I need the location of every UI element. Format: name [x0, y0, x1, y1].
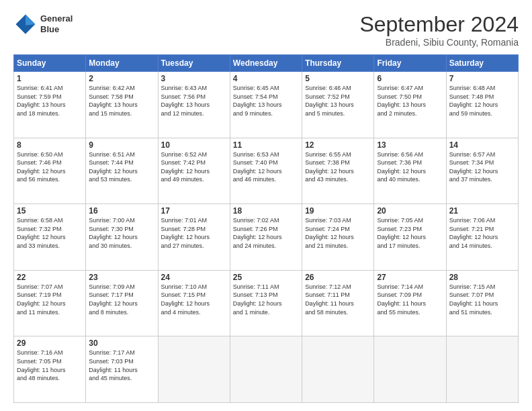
calendar-cell: 25Sunrise: 7:11 AM Sunset: 7:13 PM Dayli…: [230, 270, 302, 336]
day-info: Sunrise: 6:41 AM Sunset: 7:59 PM Dayligh…: [17, 84, 83, 118]
day-number: 20: [377, 206, 443, 216]
calendar-cell: [446, 336, 518, 403]
calendar-cell: 27Sunrise: 7:14 AM Sunset: 7:09 PM Dayli…: [374, 270, 446, 336]
day-number: 4: [233, 74, 299, 83]
day-number: 8: [17, 140, 83, 150]
day-info: Sunrise: 7:02 AM Sunset: 7:26 PM Dayligh…: [233, 216, 299, 250]
day-info: Sunrise: 7:03 AM Sunset: 7:24 PM Dayligh…: [305, 216, 371, 250]
calendar-cell: [230, 336, 302, 403]
day-info: Sunrise: 6:50 AM Sunset: 7:46 PM Dayligh…: [17, 150, 83, 184]
logo: General Blue: [13, 12, 73, 36]
title-block: September 2024 Bradeni, Sibiu County, Ro…: [359, 12, 519, 48]
calendar-cell: 19Sunrise: 7:03 AM Sunset: 7:24 PM Dayli…: [302, 204, 374, 271]
calendar-cell: 11Sunrise: 6:53 AM Sunset: 7:40 PM Dayli…: [230, 138, 302, 204]
calendar-cell: 22Sunrise: 7:07 AM Sunset: 7:19 PM Dayli…: [14, 270, 86, 336]
calendar-cell: 6Sunrise: 6:47 AM Sunset: 7:50 PM Daylig…: [374, 72, 446, 138]
calendar-cell: 4Sunrise: 6:45 AM Sunset: 7:54 PM Daylig…: [230, 72, 302, 138]
day-info: Sunrise: 6:56 AM Sunset: 7:36 PM Dayligh…: [377, 150, 443, 184]
day-info: Sunrise: 7:16 AM Sunset: 7:05 PM Dayligh…: [17, 349, 83, 382]
calendar-cell: [158, 336, 230, 403]
calendar-cell: 2Sunrise: 6:42 AM Sunset: 7:58 PM Daylig…: [86, 72, 158, 138]
day-number: 17: [161, 206, 227, 216]
calendar-cell: 23Sunrise: 7:09 AM Sunset: 7:17 PM Dayli…: [86, 270, 158, 336]
logo-line1: General: [40, 13, 73, 24]
day-info: Sunrise: 7:14 AM Sunset: 7:09 PM Dayligh…: [377, 283, 443, 316]
calendar-cell: 8Sunrise: 6:50 AM Sunset: 7:46 PM Daylig…: [14, 138, 86, 204]
calendar-cell: 9Sunrise: 6:51 AM Sunset: 7:44 PM Daylig…: [86, 138, 158, 204]
calendar-cell: 30Sunrise: 7:17 AM Sunset: 7:03 PM Dayli…: [86, 336, 158, 403]
calendar-cell: 3Sunrise: 6:43 AM Sunset: 7:56 PM Daylig…: [158, 72, 230, 138]
day-number: 19: [305, 206, 371, 216]
day-number: 10: [161, 140, 227, 150]
logo-line2: Blue: [40, 24, 73, 35]
day-number: 27: [377, 273, 443, 282]
calendar-cell: 14Sunrise: 6:57 AM Sunset: 7:34 PM Dayli…: [446, 138, 518, 204]
day-number: 22: [17, 273, 83, 282]
svg-marker-1: [26, 15, 35, 26]
calendar-table: Sunday Monday Tuesday Wednesday Thursday…: [13, 54, 519, 403]
col-wednesday: Wednesday: [230, 55, 302, 72]
day-number: 9: [89, 140, 154, 150]
calendar-body: 1Sunrise: 6:41 AM Sunset: 7:59 PM Daylig…: [14, 72, 519, 403]
col-sunday: Sunday: [14, 55, 86, 72]
calendar-cell: 18Sunrise: 7:02 AM Sunset: 7:26 PM Dayli…: [230, 204, 302, 271]
calendar-cell: 26Sunrise: 7:12 AM Sunset: 7:11 PM Dayli…: [302, 270, 374, 336]
calendar-cell: 15Sunrise: 6:58 AM Sunset: 7:32 PM Dayli…: [14, 204, 86, 271]
day-info: Sunrise: 6:48 AM Sunset: 7:48 PM Dayligh…: [449, 84, 515, 118]
day-number: 5: [305, 74, 371, 83]
day-number: 21: [449, 206, 515, 216]
day-number: 23: [89, 273, 154, 282]
day-number: 6: [377, 74, 443, 83]
calendar-cell: 5Sunrise: 6:46 AM Sunset: 7:52 PM Daylig…: [302, 72, 374, 138]
day-info: Sunrise: 6:47 AM Sunset: 7:50 PM Dayligh…: [377, 84, 443, 118]
day-number: 11: [233, 140, 299, 150]
day-info: Sunrise: 6:55 AM Sunset: 7:38 PM Dayligh…: [305, 150, 371, 184]
calendar-week-3: 15Sunrise: 6:58 AM Sunset: 7:32 PM Dayli…: [14, 204, 519, 271]
day-info: Sunrise: 7:05 AM Sunset: 7:23 PM Dayligh…: [377, 216, 443, 250]
calendar-cell: 10Sunrise: 6:52 AM Sunset: 7:42 PM Dayli…: [158, 138, 230, 204]
calendar-cell: 17Sunrise: 7:01 AM Sunset: 7:28 PM Dayli…: [158, 204, 230, 271]
day-info: Sunrise: 7:07 AM Sunset: 7:19 PM Dayligh…: [17, 283, 83, 316]
day-info: Sunrise: 7:00 AM Sunset: 7:30 PM Dayligh…: [89, 216, 154, 250]
calendar-cell: 7Sunrise: 6:48 AM Sunset: 7:48 PM Daylig…: [446, 72, 518, 138]
day-info: Sunrise: 6:52 AM Sunset: 7:42 PM Dayligh…: [161, 150, 227, 184]
calendar-cell: [374, 336, 446, 403]
day-number: 30: [89, 338, 154, 348]
svg-marker-2: [16, 24, 26, 34]
calendar-week-1: 1Sunrise: 6:41 AM Sunset: 7:59 PM Daylig…: [14, 72, 519, 138]
header: General Blue September 2024 Bradeni, Sib…: [13, 12, 519, 48]
day-number: 15: [17, 206, 83, 216]
col-thursday: Thursday: [302, 55, 374, 72]
day-number: 3: [161, 74, 227, 83]
calendar-cell: 12Sunrise: 6:55 AM Sunset: 7:38 PM Dayli…: [302, 138, 374, 204]
calendar-week-4: 22Sunrise: 7:07 AM Sunset: 7:19 PM Dayli…: [14, 270, 519, 336]
day-info: Sunrise: 6:46 AM Sunset: 7:52 PM Dayligh…: [305, 84, 371, 118]
day-number: 13: [377, 140, 443, 150]
location-subtitle: Bradeni, Sibiu County, Romania: [359, 37, 519, 48]
day-number: 14: [449, 140, 515, 150]
calendar-cell: 29Sunrise: 7:16 AM Sunset: 7:05 PM Dayli…: [14, 336, 86, 403]
day-number: 29: [17, 338, 83, 348]
day-info: Sunrise: 7:10 AM Sunset: 7:15 PM Dayligh…: [161, 283, 227, 316]
day-number: 24: [161, 273, 227, 282]
month-title: September 2024: [359, 12, 519, 37]
calendar-cell: 13Sunrise: 6:56 AM Sunset: 7:36 PM Dayli…: [374, 138, 446, 204]
page: General Blue September 2024 Bradeni, Sib…: [0, 0, 532, 411]
calendar-cell: 20Sunrise: 7:05 AM Sunset: 7:23 PM Dayli…: [374, 204, 446, 271]
calendar-cell: 24Sunrise: 7:10 AM Sunset: 7:15 PM Dayli…: [158, 270, 230, 336]
col-saturday: Saturday: [446, 55, 518, 72]
calendar-cell: [302, 336, 374, 403]
calendar-cell: 16Sunrise: 7:00 AM Sunset: 7:30 PM Dayli…: [86, 204, 158, 271]
day-info: Sunrise: 6:45 AM Sunset: 7:54 PM Dayligh…: [233, 84, 299, 118]
day-info: Sunrise: 7:11 AM Sunset: 7:13 PM Dayligh…: [233, 283, 299, 316]
day-info: Sunrise: 6:43 AM Sunset: 7:56 PM Dayligh…: [161, 84, 227, 118]
weekday-row: Sunday Monday Tuesday Wednesday Thursday…: [14, 55, 519, 72]
day-info: Sunrise: 6:51 AM Sunset: 7:44 PM Dayligh…: [89, 150, 154, 184]
logo-text: General Blue: [40, 13, 73, 34]
day-info: Sunrise: 7:15 AM Sunset: 7:07 PM Dayligh…: [449, 283, 515, 316]
calendar-cell: 21Sunrise: 7:06 AM Sunset: 7:21 PM Dayli…: [446, 204, 518, 271]
calendar-cell: 28Sunrise: 7:15 AM Sunset: 7:07 PM Dayli…: [446, 270, 518, 336]
calendar-header: Sunday Monday Tuesday Wednesday Thursday…: [14, 55, 519, 72]
calendar-cell: 1Sunrise: 6:41 AM Sunset: 7:59 PM Daylig…: [14, 72, 86, 138]
day-number: 12: [305, 140, 371, 150]
